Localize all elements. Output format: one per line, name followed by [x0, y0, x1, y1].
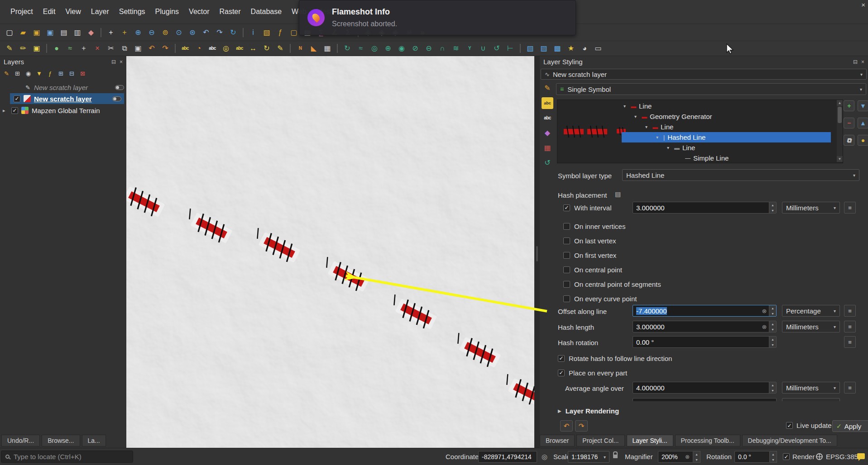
clear-value-icon[interactable]	[760, 323, 769, 330]
toolbar-separator[interactable]	[520, 44, 521, 53]
placement-option-checkbox[interactable]	[563, 252, 570, 259]
render-checkbox[interactable]: ✓	[783, 453, 790, 460]
undock-panel-icon[interactable]: ⊟	[111, 59, 116, 65]
zoom-full-icon[interactable]: ⊚	[159, 27, 171, 38]
scrollbar-handle[interactable]	[838, 107, 842, 123]
north-arrow-icon[interactable]: N	[294, 43, 306, 54]
filter-by-expression-icon[interactable]: ƒ	[45, 69, 55, 78]
offset-along-line-input[interactable]: -7.400000	[633, 305, 777, 317]
style-redo-button[interactable]: ↷	[575, 420, 588, 432]
offset-curve-icon[interactable]: ≋	[450, 43, 462, 54]
single-labels-icon[interactable]: abc	[206, 43, 218, 54]
add-point-feature-icon[interactable]: ●	[51, 43, 62, 54]
offset-unit-combo[interactable]: Percentage ▾	[782, 305, 840, 317]
merge-features-icon[interactable]: ∪	[477, 43, 489, 54]
move-symbol-layer-down-button[interactable]: ▼	[858, 100, 868, 111]
save-layer-edits-icon[interactable]: ▣	[31, 43, 43, 54]
expand-all-icon[interactable]: ⊞	[56, 69, 66, 78]
flameshot-notification[interactable]: Flameshot Info Screenshot aborted.	[299, 0, 576, 35]
tree-caret-icon[interactable]: ▾	[667, 145, 674, 150]
filter-legend-icon[interactable]: ▼	[34, 69, 44, 78]
annotation-toolbar-icon[interactable]: ▭	[592, 43, 604, 54]
placement-option-checkbox[interactable]	[563, 223, 570, 230]
layer-item-mapzen-global-terrain[interactable]: ▸ ✓ Mapzen Global Terrain	[3, 105, 124, 116]
styling-layer-selector[interactable]: ∿ New scratch layer ▾	[541, 69, 867, 80]
spinner[interactable]	[769, 202, 776, 213]
fill-ring-icon[interactable]: ◉	[396, 43, 408, 54]
simplify-feature-icon[interactable]: ≈	[355, 43, 367, 54]
remove-symbol-layer-button[interactable]: −	[844, 118, 854, 128]
rotate-feature-icon[interactable]: ↻	[341, 43, 353, 54]
symbol-tree-item[interactable]: ▾ ▬ Geometry Generator	[622, 111, 831, 122]
style-manager-icon[interactable]: ◆	[85, 27, 97, 38]
grid-decoration-icon[interactable]: ▦	[321, 43, 333, 54]
place-on-every-part-row[interactable]: ✓ Place on every part	[558, 367, 627, 379]
hash-length-input[interactable]: 3.000000	[633, 321, 777, 332]
add-symbol-layer-button[interactable]: +	[844, 100, 854, 111]
placement-option-checkbox[interactable]	[563, 237, 570, 244]
placement-option-checkbox[interactable]	[563, 281, 570, 288]
highlight-labels-icon[interactable]: abc	[234, 43, 245, 54]
placement-option-row[interactable]: On central point	[563, 262, 868, 277]
live-update-control[interactable]: ✓ Live update	[786, 422, 832, 429]
scale-bar-icon[interactable]: ◣	[308, 43, 320, 54]
mouse-position-icon[interactable]: ◎	[542, 453, 547, 461]
scale-combo[interactable]: 1:198176 ▾	[568, 451, 609, 463]
map-canvas[interactable]	[126, 56, 534, 448]
reshape-features-icon[interactable]: ∩	[436, 43, 448, 54]
dock-tab[interactable]: Processing Toolb...	[675, 435, 740, 446]
panel-splitter[interactable]	[534, 56, 540, 448]
average-angle-unit-combo[interactable]: Millimeters ▾	[782, 382, 840, 394]
with-interval-unit-combo[interactable]: Millimeters ▾	[782, 202, 840, 214]
zoom-to-selection-icon[interactable]: ⊙	[173, 27, 185, 38]
select-within-icon[interactable]: ▧	[524, 43, 536, 54]
layer-labeling-icon[interactable]: abc	[179, 43, 191, 54]
symbol-tree-item[interactable]: ▾ | Hashed Line	[622, 132, 831, 142]
rotate-label-icon[interactable]: ↻	[261, 43, 273, 54]
locator-search[interactable]: Type to locate (Ctrl+K)	[1, 451, 133, 463]
delete-part-icon[interactable]: ⊖	[423, 43, 435, 54]
toolbar-separator[interactable]	[46, 44, 47, 53]
show-layout-manager-icon[interactable]: ▥	[72, 27, 83, 38]
with-interval-input[interactable]: 3.000000	[633, 202, 777, 214]
layer-visibility-checkbox[interactable]: ✓	[11, 107, 18, 114]
layer-item-new-scratch-layer[interactable]: ✓ New scratch layer	[10, 93, 124, 104]
magnifier-spinner[interactable]: ▲▼	[693, 451, 700, 463]
data-defined-override-button[interactable]: ≡	[844, 336, 856, 348]
toolbar-separator[interactable]	[290, 44, 291, 53]
layer-diagram-icon[interactable]: ◔	[193, 43, 205, 54]
select-by-expression-icon[interactable]: ƒ	[274, 27, 286, 38]
placement-option-row[interactable]: On last vertex	[563, 233, 868, 248]
layer-edit-indicator-row[interactable]: ✎ New scratch layer	[25, 82, 124, 93]
crs-globe-icon[interactable]	[816, 453, 823, 460]
menu-item[interactable]: View	[60, 5, 86, 19]
add-line-feature-icon[interactable]: ≈	[64, 43, 76, 54]
callouts-tab-icon[interactable]: abc	[542, 112, 553, 124]
cut-features-icon[interactable]: ✂	[105, 43, 117, 54]
symbology-tab-icon[interactable]: ✎	[542, 82, 553, 94]
zoom-last-icon[interactable]: ↶	[200, 27, 212, 38]
identify-features-icon[interactable]: i	[247, 27, 259, 38]
close-panel-icon[interactable]: ×	[120, 59, 123, 65]
add-ring-icon[interactable]: ◎	[369, 43, 380, 54]
symbol-layer-type-combo[interactable]: Hashed Line ▾	[622, 169, 859, 181]
scroll-down-icon[interactable]: ▼	[837, 156, 843, 162]
window-close-icon[interactable]: ×	[861, 1, 865, 9]
refresh-map-icon[interactable]: ↻	[227, 27, 239, 38]
symbol-tree-item[interactable]: ▾ ▬ Line	[622, 142, 831, 153]
data-defined-override-button[interactable]: ≡	[844, 202, 856, 214]
remove-layer-icon[interactable]: ⊠	[78, 69, 87, 78]
current-edits-icon[interactable]: ✎	[4, 43, 15, 54]
paste-features-icon[interactable]: ▣	[132, 43, 144, 54]
live-update-checkbox[interactable]: ✓	[786, 422, 793, 429]
delete-ring-icon[interactable]: ⊘	[409, 43, 421, 54]
save-project-icon[interactable]: ▣	[31, 27, 43, 38]
placement-option-row[interactable]: On every curve point	[563, 291, 868, 306]
delete-selected-icon[interactable]: ×	[91, 43, 103, 54]
edit-indicator-toggle[interactable]	[115, 85, 124, 90]
symbol-tree-item[interactable]: ▾ ▬ Line	[622, 101, 831, 111]
symbol-tree-item[interactable]: — Simple Line	[622, 153, 831, 163]
move-label-icon[interactable]: ↔	[247, 43, 259, 54]
average-angle-input[interactable]: 4.000000	[633, 382, 777, 394]
messages-icon[interactable]	[857, 453, 865, 459]
